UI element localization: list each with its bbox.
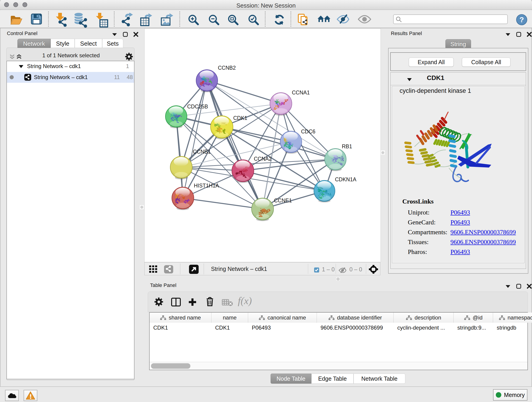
svg-text:CCNE1: CCNE1 bbox=[274, 198, 292, 204]
svg-text:CCNA1: CCNA1 bbox=[292, 89, 310, 96]
svg-text:CCNB2: CCNB2 bbox=[218, 65, 236, 71]
svg-text:CDC6: CDC6 bbox=[301, 128, 316, 134]
svg-text:RB1: RB1 bbox=[342, 143, 352, 149]
svg-text:?: ? bbox=[519, 16, 524, 24]
svg-text:CDKN1A: CDKN1A bbox=[335, 177, 356, 182]
svg-text:HIST1H1A: HIST1H1A bbox=[194, 183, 219, 189]
svg-text:CDK1: CDK1 bbox=[233, 115, 247, 121]
svg-text:CDC25B: CDC25B bbox=[187, 104, 208, 109]
svg-text:CCNA2: CCNA2 bbox=[254, 156, 272, 162]
svg-text:CCNB1: CCNB1 bbox=[193, 149, 211, 155]
